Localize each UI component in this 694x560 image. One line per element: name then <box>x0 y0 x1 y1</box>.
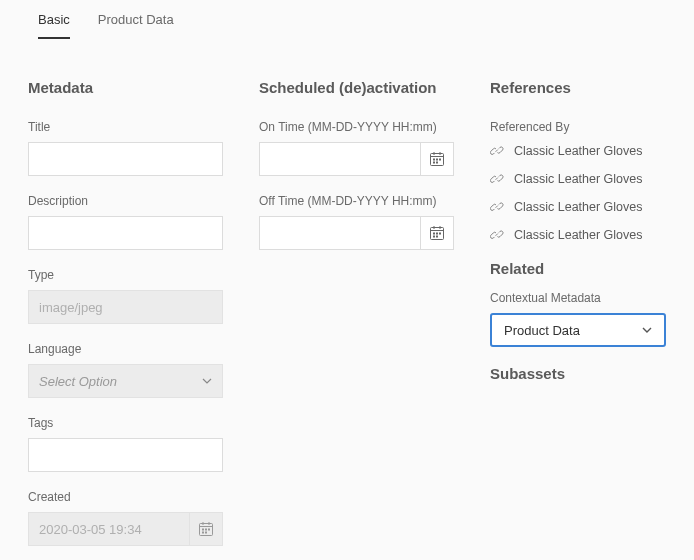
contextual-metadata-select[interactable]: Product Data <box>490 313 666 347</box>
tab-product-data[interactable]: Product Data <box>98 12 174 39</box>
description-input[interactable] <box>28 216 223 250</box>
subassets-heading: Subassets <box>490 365 666 382</box>
contextual-metadata-label: Contextual Metadata <box>490 291 666 305</box>
off-time-input[interactable] <box>259 216 420 250</box>
link-icon <box>490 144 504 158</box>
svg-rect-14 <box>436 159 438 161</box>
svg-rect-5 <box>205 529 207 531</box>
reference-item[interactable]: Classic Leather Gloves <box>490 144 666 158</box>
created-input <box>28 512 189 546</box>
language-label: Language <box>28 342 223 356</box>
field-tags: Tags <box>28 416 223 472</box>
reference-item[interactable]: Classic Leather Gloves <box>490 228 666 242</box>
field-title: Title <box>28 120 223 176</box>
metadata-heading: Metadata <box>28 79 223 96</box>
field-on-time: On Time (MM-DD-YYYY HH:mm) <box>259 120 454 176</box>
chevron-down-icon <box>202 376 212 386</box>
type-label: Type <box>28 268 223 282</box>
field-off-time: Off Time (MM-DD-YYYY HH:mm) <box>259 194 454 250</box>
contextual-metadata-value: Product Data <box>504 323 580 338</box>
column-scheduled: Scheduled (de)activation On Time (MM-DD-… <box>259 79 454 560</box>
content-area: Metadata Title Description Type Language… <box>0 39 694 560</box>
related-heading: Related <box>490 260 666 277</box>
references-heading: References <box>490 79 666 96</box>
reference-item[interactable]: Classic Leather Gloves <box>490 200 666 214</box>
reference-item-label: Classic Leather Gloves <box>514 200 643 214</box>
svg-rect-22 <box>433 233 435 235</box>
svg-rect-17 <box>436 162 438 164</box>
language-select[interactable]: Select Option <box>28 364 223 398</box>
svg-rect-24 <box>439 233 441 235</box>
created-label: Created <box>28 490 223 504</box>
link-icon <box>490 200 504 214</box>
title-input[interactable] <box>28 142 223 176</box>
reference-item-label: Classic Leather Gloves <box>514 228 643 242</box>
referenced-by-section: Referenced By Classic Leather Gloves Cla… <box>490 120 666 242</box>
tab-basic[interactable]: Basic <box>38 12 70 39</box>
tags-label: Tags <box>28 416 223 430</box>
referenced-by-label: Referenced By <box>490 120 666 134</box>
link-icon <box>490 172 504 186</box>
off-time-calendar-button[interactable] <box>420 216 454 250</box>
svg-rect-25 <box>433 236 435 238</box>
title-label: Title <box>28 120 223 134</box>
chevron-down-icon <box>642 325 652 335</box>
calendar-icon <box>198 521 214 537</box>
description-label: Description <box>28 194 223 208</box>
reference-item-label: Classic Leather Gloves <box>514 144 643 158</box>
svg-rect-15 <box>439 159 441 161</box>
column-metadata: Metadata Title Description Type Language… <box>28 79 223 560</box>
svg-rect-6 <box>208 529 210 531</box>
svg-rect-26 <box>436 236 438 238</box>
on-time-label: On Time (MM-DD-YYYY HH:mm) <box>259 120 454 134</box>
calendar-icon <box>429 225 445 241</box>
off-time-label: Off Time (MM-DD-YYYY HH:mm) <box>259 194 454 208</box>
field-type: Type <box>28 268 223 324</box>
svg-rect-8 <box>205 532 207 534</box>
field-description: Description <box>28 194 223 250</box>
svg-rect-4 <box>202 529 204 531</box>
tags-input[interactable] <box>28 438 223 472</box>
svg-rect-23 <box>436 233 438 235</box>
svg-rect-16 <box>433 162 435 164</box>
calendar-icon <box>429 151 445 167</box>
link-icon <box>490 228 504 242</box>
type-input <box>28 290 223 324</box>
svg-rect-13 <box>433 159 435 161</box>
field-contextual-metadata: Contextual Metadata Product Data <box>490 291 666 347</box>
field-language: Language Select Option <box>28 342 223 398</box>
reference-item[interactable]: Classic Leather Gloves <box>490 172 666 186</box>
on-time-calendar-button[interactable] <box>420 142 454 176</box>
on-time-input[interactable] <box>259 142 420 176</box>
tabs-bar: Basic Product Data <box>0 0 694 39</box>
created-calendar-button <box>189 512 223 546</box>
reference-item-label: Classic Leather Gloves <box>514 172 643 186</box>
scheduled-heading: Scheduled (de)activation <box>259 79 454 96</box>
language-placeholder: Select Option <box>39 374 117 389</box>
svg-rect-7 <box>202 532 204 534</box>
field-created: Created <box>28 490 223 546</box>
column-references: References Referenced By Classic Leather… <box>490 79 666 560</box>
